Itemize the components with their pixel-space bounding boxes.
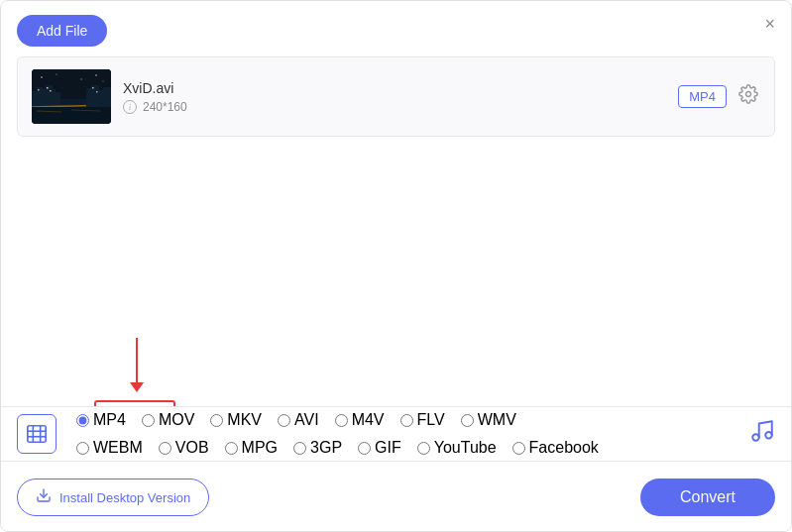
file-name: XviD.avi xyxy=(123,80,678,96)
arrow-indicator xyxy=(130,338,144,392)
info-icon: i xyxy=(123,100,137,114)
file-list: XviD.avi i 240*160 MP4 xyxy=(17,56,775,137)
svg-point-3 xyxy=(56,73,57,74)
format-facebook-radio[interactable] xyxy=(512,442,525,455)
format-webm-radio[interactable] xyxy=(76,442,89,455)
settings-button[interactable] xyxy=(736,82,760,111)
file-actions: MP4 xyxy=(678,82,760,111)
format-youtube[interactable]: YouTube xyxy=(409,435,505,461)
svg-rect-12 xyxy=(56,92,60,107)
svg-point-34 xyxy=(765,432,772,439)
convert-button[interactable]: Convert xyxy=(640,479,775,516)
format-vob[interactable]: VOB xyxy=(151,435,217,461)
format-mkv-radio[interactable] xyxy=(210,414,223,427)
close-button[interactable]: × xyxy=(764,15,775,33)
install-label: Install Desktop Version xyxy=(59,490,190,505)
format-bar: MP4 MOV MKV AVI M4V FLV xyxy=(1,406,791,462)
svg-point-33 xyxy=(752,434,759,441)
arrow-head xyxy=(130,382,144,392)
bottom-bar: Install Desktop Version Convert xyxy=(1,464,791,531)
format-avi[interactable]: AVI xyxy=(270,407,327,433)
svg-rect-15 xyxy=(32,107,111,124)
format-gif-radio[interactable] xyxy=(358,442,371,455)
format-mov[interactable]: MOV xyxy=(134,407,202,433)
format-flv[interactable]: FLV xyxy=(393,407,453,433)
format-mp4[interactable]: MP4 xyxy=(68,407,134,433)
svg-point-6 xyxy=(103,81,104,82)
format-3gp-radio[interactable] xyxy=(293,442,306,455)
file-meta: i 240*160 xyxy=(123,100,678,114)
svg-rect-18 xyxy=(47,87,49,89)
svg-point-2 xyxy=(41,76,43,78)
format-mp4-radio[interactable] xyxy=(76,414,89,427)
file-item: XviD.avi i 240*160 MP4 xyxy=(18,57,774,136)
download-icon xyxy=(36,487,52,507)
svg-point-27 xyxy=(746,92,751,97)
format-webm[interactable]: WEBM xyxy=(68,435,151,461)
format-mpg-radio[interactable] xyxy=(225,442,238,455)
format-flv-radio[interactable] xyxy=(400,414,413,427)
file-info: XviD.avi i 240*160 xyxy=(123,80,678,114)
format-wmv[interactable]: WMV xyxy=(453,407,524,433)
install-desktop-button[interactable]: Install Desktop Version xyxy=(17,479,209,516)
format-avi-radio[interactable] xyxy=(278,414,290,427)
format-m4v[interactable]: M4V xyxy=(327,407,393,433)
svg-point-5 xyxy=(95,74,97,76)
format-3gp[interactable]: 3GP xyxy=(285,435,350,461)
format-m4v-radio[interactable] xyxy=(335,414,348,427)
format-badge[interactable]: MP4 xyxy=(678,85,727,108)
format-mpg[interactable]: MPG xyxy=(217,435,285,461)
svg-rect-25 xyxy=(92,87,94,89)
file-resolution: 240*160 xyxy=(143,100,187,114)
svg-rect-28 xyxy=(28,426,46,443)
svg-rect-11 xyxy=(52,89,56,107)
add-file-button[interactable]: Add File xyxy=(17,15,107,47)
format-mkv[interactable]: MKV xyxy=(202,407,270,433)
svg-rect-19 xyxy=(50,90,52,92)
music-icon: ♪ xyxy=(749,418,775,450)
format-wmv-radio[interactable] xyxy=(461,414,474,427)
svg-rect-20 xyxy=(38,89,40,91)
format-facebook[interactable]: Facebook xyxy=(505,435,607,461)
format-vob-radio[interactable] xyxy=(159,442,171,455)
svg-rect-24 xyxy=(103,87,111,107)
file-thumbnail xyxy=(32,69,111,124)
format-gif[interactable]: GIF xyxy=(350,435,409,461)
header: Add File × xyxy=(1,1,791,56)
svg-point-4 xyxy=(80,78,81,79)
format-mov-radio[interactable] xyxy=(142,414,155,427)
format-youtube-radio[interactable] xyxy=(417,442,430,455)
svg-rect-26 xyxy=(96,91,98,93)
video-format-icon xyxy=(17,414,57,454)
arrow-line xyxy=(136,338,138,382)
